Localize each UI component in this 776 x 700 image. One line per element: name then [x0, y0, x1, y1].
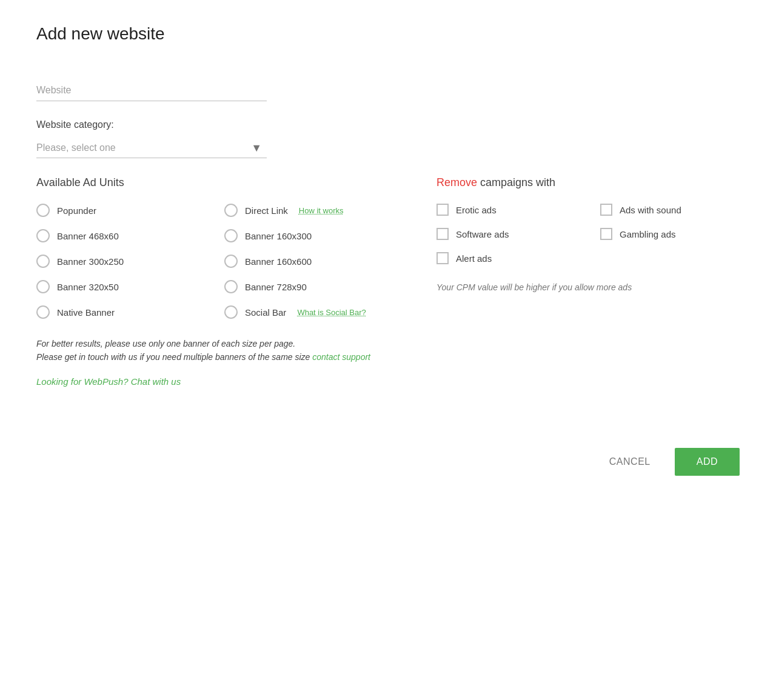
remove-item-erotic-ads[interactable]: Erotic ads [436, 204, 576, 216]
radio-popunder[interactable] [36, 204, 50, 217]
cpm-notice: Your CPM value will be higher if you all… [436, 282, 740, 292]
radio-banner-468x60[interactable] [36, 229, 50, 242]
ad-unit-label-direct-link: Direct Link [245, 205, 288, 216]
checkbox-alert-ads[interactable] [436, 252, 449, 264]
ad-unit-social-bar[interactable]: Social Bar What is Social Bar? [224, 305, 388, 319]
category-select-wrapper: Please, select one ▼ [36, 138, 267, 158]
remove-label-erotic-ads: Erotic ads [456, 205, 497, 215]
remove-label-gambling-ads: Gambling ads [620, 229, 676, 239]
remove-campaigns-title: Remove campaigns with [436, 176, 740, 189]
website-input[interactable] [36, 80, 267, 101]
checkbox-gambling-ads[interactable] [600, 228, 612, 240]
page-title: Add new website [36, 24, 740, 44]
remove-label-alert-ads: Alert ads [456, 253, 492, 264]
banner-notice: For better results, please use only one … [36, 337, 388, 364]
remove-label-software-ads: Software ads [456, 229, 509, 239]
ad-unit-banner-468x60[interactable]: Banner 468x60 [36, 229, 200, 242]
main-content: Available Ad Units Popunder Direct Link … [36, 176, 740, 387]
radio-banner-160x600[interactable] [224, 255, 238, 268]
what-is-social-bar-link[interactable]: What is Social Bar? [297, 308, 366, 317]
ad-unit-label-popunder: Popunder [57, 205, 96, 216]
ad-unit-label-banner-320x50: Banner 320x50 [57, 282, 119, 292]
how-it-works-link[interactable]: How it works [299, 206, 344, 215]
cancel-button[interactable]: CANCEL [597, 449, 663, 475]
website-section [36, 80, 740, 101]
footer-actions: CANCEL ADD [36, 436, 740, 476]
remove-title-rest: campaigns with [480, 176, 555, 188]
ad-unit-banner-728x90[interactable]: Banner 728x90 [224, 280, 388, 293]
radio-direct-link[interactable] [224, 204, 238, 217]
right-panel: Remove campaigns with Erotic ads Ads wit… [436, 176, 740, 387]
ad-unit-label-banner-468x60: Banner 468x60 [57, 231, 119, 241]
category-section: Website category: Please, select one ▼ [36, 119, 740, 158]
webpush-link[interactable]: Looking for WebPush? Chat with us [36, 376, 181, 387]
category-select[interactable]: Please, select one [36, 138, 267, 158]
ad-unit-native-banner[interactable]: Native Banner [36, 305, 200, 319]
radio-social-bar[interactable] [224, 305, 238, 319]
radio-banner-300x250[interactable] [36, 255, 50, 268]
radio-banner-728x90[interactable] [224, 280, 238, 293]
radio-banner-160x300[interactable] [224, 229, 238, 242]
remove-item-software-ads[interactable]: Software ads [436, 228, 576, 240]
contact-support-link[interactable]: contact support [312, 352, 370, 362]
ad-units-grid: Popunder Direct Link How it works Banner… [36, 204, 388, 319]
radio-native-banner[interactable] [36, 305, 50, 319]
ad-unit-popunder[interactable]: Popunder [36, 204, 200, 217]
ad-unit-banner-300x250[interactable]: Banner 300x250 [36, 255, 200, 268]
left-panel: Available Ad Units Popunder Direct Link … [36, 176, 388, 387]
ad-unit-label-social-bar: Social Bar [245, 307, 286, 318]
add-button[interactable]: ADD [675, 448, 740, 476]
ad-unit-label-banner-728x90: Banner 728x90 [245, 282, 307, 292]
radio-banner-320x50[interactable] [36, 280, 50, 293]
ad-unit-label-native-banner: Native Banner [57, 307, 115, 318]
ad-unit-banner-320x50[interactable]: Banner 320x50 [36, 280, 200, 293]
remove-item-ads-with-sound[interactable]: Ads with sound [600, 204, 740, 216]
remove-item-gambling-ads[interactable]: Gambling ads [600, 228, 740, 240]
category-label: Website category: [36, 119, 740, 130]
ad-unit-label-banner-300x250: Banner 300x250 [57, 256, 124, 267]
remove-checkboxes-grid: Erotic ads Ads with sound Software ads G… [436, 204, 740, 264]
checkbox-erotic-ads[interactable] [436, 204, 449, 216]
ad-unit-direct-link[interactable]: Direct Link How it works [224, 204, 388, 217]
remove-label-ads-with-sound: Ads with sound [620, 205, 681, 215]
ad-unit-label-banner-160x300: Banner 160x300 [245, 231, 312, 241]
checkbox-software-ads[interactable] [436, 228, 449, 240]
ad-unit-banner-160x600[interactable]: Banner 160x600 [224, 255, 388, 268]
ad-units-title: Available Ad Units [36, 176, 388, 189]
checkbox-ads-with-sound[interactable] [600, 204, 612, 216]
remove-item-alert-ads[interactable]: Alert ads [436, 252, 576, 264]
remove-word: Remove [436, 176, 477, 188]
ad-unit-label-banner-160x600: Banner 160x600 [245, 256, 312, 267]
ad-unit-banner-160x300[interactable]: Banner 160x300 [224, 229, 388, 242]
